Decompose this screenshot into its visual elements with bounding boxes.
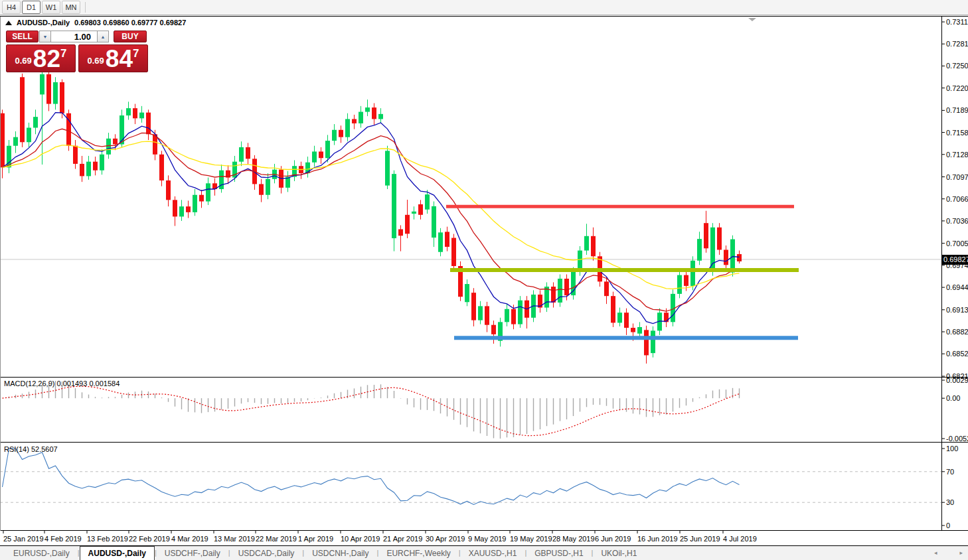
rsi-axis-label: 70 [946, 468, 954, 476]
date-label: 16 Jun 2019 [637, 535, 678, 543]
bear-candle [80, 164, 84, 176]
date-label: 4 Feb 2019 [44, 535, 82, 543]
date-label: 9 May 2019 [468, 535, 506, 543]
chart-tab-usdchf-daily[interactable]: USDCHF-,Daily [157, 546, 228, 560]
chart-shift-triangle-icon[interactable] [748, 18, 756, 21]
bull-candle [239, 147, 244, 162]
date-label: 22 Mar 2019 [256, 535, 297, 543]
bull-candle [40, 74, 44, 94]
price-tick-label: 0.72505 [946, 62, 968, 70]
date-label: 4 Jul 2019 [723, 535, 757, 543]
bull-candle [710, 228, 715, 271]
bear-candle [159, 155, 164, 180]
sell-button[interactable]: SELL [6, 31, 39, 42]
chart-tab-eurchf-weekly[interactable]: EURCHF-,Weekly [378, 546, 458, 560]
bull-candle [359, 112, 363, 123]
bull-candle [505, 309, 509, 322]
bear-candle [173, 200, 177, 216]
chart-tab-xauusd-h1[interactable]: XAUUSD-,H1 [461, 546, 525, 560]
bull-candle [392, 174, 396, 238]
tab-scroll-left-icon[interactable]: ◂ [934, 549, 937, 556]
bull-candle [730, 240, 735, 273]
bull-candle [425, 194, 430, 210]
rsi-axis-label: 100 [946, 445, 958, 453]
bull-candle [677, 275, 682, 294]
chart-tab-gbpusd-h1[interactable]: GBPUSD-,H1 [526, 546, 591, 560]
bear-candle [591, 236, 596, 256]
bear-candle [186, 206, 191, 212]
bear-candle [0, 113, 5, 168]
bear-candle [451, 238, 456, 266]
rsi-indicator-label: RSI(14) 52.5607 [4, 445, 58, 453]
tab-scroll-right-icon[interactable]: ▸ [959, 549, 963, 556]
rsi-line [3, 449, 740, 505]
date-label: 4 Mar 2019 [171, 535, 208, 543]
price-tick-label: 0.71280 [946, 151, 968, 159]
bull-candle [179, 206, 184, 216]
ma-line-34[interactable] [3, 141, 740, 289]
chart-tab-ukoil-h1[interactable]: UKOil-,H1 [593, 546, 645, 560]
date-label: 13 Mar 2019 [214, 535, 255, 543]
bear-candle [717, 228, 722, 250]
bear-candle [166, 180, 171, 200]
bull-candle [438, 232, 443, 251]
bull-candle [312, 151, 317, 162]
buy-button[interactable]: BUY [114, 31, 147, 42]
chart-tab-eurusd-daily[interactable]: EURUSD-,Daily [5, 546, 78, 560]
bear-candle [60, 82, 64, 113]
bear-candle [485, 306, 489, 324]
rsi-axis-label: 0 [946, 522, 950, 529]
price-tick-label: 0.70360 [946, 217, 968, 225]
volume-decrement-button[interactable]: ▼ [39, 31, 51, 42]
tab-scroll-arrows: ◂ ▸ [934, 549, 963, 556]
bear-candle [46, 74, 51, 104]
volume-input[interactable]: 1.00 [51, 31, 97, 42]
bull-candle [206, 183, 210, 201]
price-tick-label: 0.70970 [946, 173, 968, 181]
ma-line-16[interactable] [3, 129, 740, 311]
chart-title: AUDUSD-,Daily 0.69803 0.69860 0.69777 0.… [5, 19, 186, 27]
bear-candle [604, 281, 609, 296]
bear-candle [704, 223, 708, 248]
date-label: 25 Jan 2019 [3, 535, 44, 543]
rsi-pane[interactable] [0, 449, 941, 505]
bear-candle [491, 325, 496, 334]
bear-candle [372, 107, 376, 119]
bull-candle [126, 108, 131, 115]
sell-price-small: 0.69 [15, 56, 32, 66]
price-tick-label: 0.72810 [946, 40, 968, 48]
bear-candle [319, 151, 323, 158]
buy-price-small: 0.69 [88, 56, 104, 66]
macd-signal-line [3, 386, 740, 435]
bear-candle [724, 249, 728, 265]
chart-tab-audusd-daily[interactable]: AUDUSD-,Daily [80, 546, 155, 560]
price-tick-label: 0.73115 [946, 18, 968, 26]
bear-candle [624, 313, 629, 328]
bull-candle [365, 107, 370, 112]
bull-candle [100, 155, 104, 171]
bear-candle [199, 195, 204, 202]
buy-price-panel[interactable]: 0.69 84 7 [78, 44, 148, 72]
bear-candle [93, 162, 98, 171]
macd-pane[interactable] [3, 381, 740, 439]
mt4-window: H4D1W1MN AUDUSD-,Daily 0.69803 0.69860 0… [0, 0, 968, 560]
bear-candle [611, 296, 615, 322]
chart-canvas[interactable] [0, 0, 968, 560]
date-label: 13 Feb 2019 [87, 535, 128, 543]
chart-tab-usdcad-daily[interactable]: USDCAD-,Daily [230, 546, 303, 560]
bull-candle [53, 82, 58, 104]
one-click-trading-panel: SELL ▼ 1.00 ▲ BUY 0.69 82 7 0.69 84 7 [6, 31, 148, 72]
macd-axis-label: 0.00 [946, 394, 960, 402]
bull-candle [378, 114, 383, 119]
price-tick-label: 0.68825 [946, 328, 968, 336]
volume-increment-button[interactable]: ▲ [97, 31, 109, 42]
sell-price-panel[interactable]: 0.69 82 7 [6, 44, 76, 72]
bear-candle [551, 287, 556, 303]
bear-candle [20, 77, 25, 142]
date-label: 21 Apr 2019 [383, 535, 422, 543]
date-label: 1 Apr 2019 [298, 535, 333, 543]
collapse-triangle-icon[interactable] [5, 21, 12, 25]
price-tick-label: 0.71890 [946, 106, 968, 114]
chart-tab-usdcnh-daily[interactable]: USDCNH-,Daily [304, 546, 376, 560]
bull-candle [345, 119, 350, 137]
